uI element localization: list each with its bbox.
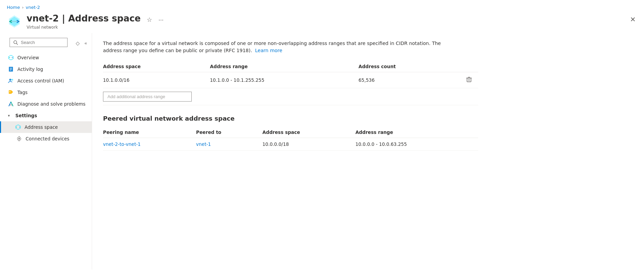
- col-address-range: Address range: [210, 61, 358, 72]
- breadcrumb-separator: ›: [22, 5, 24, 10]
- breadcrumb-resource[interactable]: vnet-2: [26, 5, 40, 10]
- learn-more-link[interactable]: Learn more: [255, 48, 282, 53]
- content-area: The address space for a virtual network …: [92, 33, 644, 270]
- sidebar-item-overview[interactable]: Overview: [0, 52, 92, 63]
- peered-col-address-range: Address range: [355, 127, 478, 138]
- add-address-range-input[interactable]: [103, 92, 192, 102]
- peered-cell-address-space: 10.0.0.0/18: [262, 138, 355, 151]
- svg-line-15: [11, 102, 13, 106]
- cell-address-space: 10.1.0.0/16: [103, 72, 210, 88]
- sidebar-section-settings[interactable]: ▾ Settings: [0, 110, 92, 121]
- peered-col-peering-name: Peering name: [103, 127, 196, 138]
- sidebar-item-connected-devices[interactable]: Connected devices: [0, 133, 92, 144]
- sidebar: ◇ « Overview A: [0, 33, 92, 270]
- peered-cell-peered-to[interactable]: vnet-1: [196, 138, 262, 151]
- peered-to-link[interactable]: vnet-1: [196, 141, 211, 147]
- diagnose-icon: [8, 101, 14, 107]
- title-text: vnet-2 | Address space: [27, 13, 141, 24]
- add-range-cell[interactable]: [103, 88, 478, 105]
- sidebar-item-connected-devices-label: Connected devices: [26, 136, 69, 141]
- connected-devices-icon: [16, 136, 22, 142]
- iam-icon: [8, 78, 14, 84]
- col-actions: [465, 61, 478, 72]
- collapse-button[interactable]: «: [83, 40, 88, 46]
- peered-cell-peering-name[interactable]: vnet-2-to-vnet-1: [103, 138, 196, 151]
- col-address-space: Address space: [103, 61, 210, 72]
- svg-point-19: [18, 138, 20, 139]
- sidebar-item-address-space[interactable]: Address space: [0, 121, 92, 133]
- favorite-button[interactable]: ☆: [145, 15, 153, 24]
- sidebar-item-address-space-label: Address space: [25, 124, 58, 130]
- peered-section-title: Peered virtual network address space: [103, 115, 633, 122]
- sidebar-item-diagnose[interactable]: Diagnose and solve problems: [0, 98, 92, 110]
- delete-row-button[interactable]: [465, 76, 473, 85]
- vnet-logo-icon: [7, 14, 22, 29]
- peered-col-address-space: Address space: [262, 127, 355, 138]
- activity-log-icon: [8, 66, 14, 72]
- cell-delete: [465, 72, 478, 88]
- header-actions: ☆ ···: [145, 15, 165, 24]
- sidebar-section-settings-label: Settings: [15, 113, 37, 118]
- peering-name-link[interactable]: vnet-2-to-vnet-1: [103, 141, 141, 147]
- overview-icon: [8, 55, 14, 61]
- breadcrumb-home[interactable]: Home: [7, 5, 20, 10]
- peered-col-peered-to: Peered to: [196, 127, 262, 138]
- pin-button[interactable]: ◇: [74, 40, 81, 47]
- sidebar-item-tags-label: Tags: [17, 90, 28, 95]
- col-address-count: Address count: [358, 61, 465, 72]
- header-text: vnet-2 | Address space ☆ ··· Virtual net…: [27, 13, 624, 30]
- sidebar-item-activity-log-label: Activity log: [17, 66, 43, 72]
- more-options-button[interactable]: ···: [157, 16, 165, 24]
- breadcrumb: Home › vnet-2: [0, 0, 644, 12]
- svg-line-5: [16, 43, 18, 45]
- svg-point-12: [12, 79, 13, 81]
- sidebar-item-diagnose-label: Diagnose and solve problems: [17, 101, 86, 107]
- main-layout: ◇ « Overview A: [0, 33, 644, 270]
- description-text: The address space for a virtual network …: [103, 40, 444, 54]
- search-box[interactable]: [10, 38, 68, 47]
- search-input[interactable]: [21, 40, 64, 45]
- svg-line-14: [9, 102, 11, 106]
- sidebar-item-iam-label: Access control (IAM): [17, 78, 64, 83]
- svg-point-11: [9, 79, 11, 81]
- add-range-row[interactable]: [103, 88, 478, 105]
- table-row: 10.1.0.0/16 10.1.0.0 - 10.1.255.255 65,5…: [103, 72, 478, 88]
- sidebar-item-overview-label: Overview: [17, 55, 39, 60]
- address-space-icon: [15, 124, 21, 130]
- close-button[interactable]: ✕: [629, 15, 637, 24]
- peered-table: Peering name Peered to Address space Add…: [103, 127, 478, 151]
- chevron-down-icon: ▾: [6, 112, 12, 119]
- sidebar-item-access-control[interactable]: Access control (IAM): [0, 75, 92, 87]
- address-space-table: Address space Address range Address coun…: [103, 61, 478, 105]
- svg-rect-22: [467, 78, 471, 82]
- resource-type-label: Virtual network: [27, 25, 624, 30]
- cell-address-count: 65,536: [358, 72, 465, 88]
- page-header: vnet-2 | Address space ☆ ··· Virtual net…: [0, 12, 644, 33]
- cell-address-range: 10.1.0.0 - 10.1.255.255: [210, 72, 358, 88]
- search-icon: [13, 40, 18, 45]
- sidebar-item-activity-log[interactable]: Activity log: [0, 63, 92, 75]
- svg-point-13: [10, 91, 10, 92]
- peered-table-row: vnet-2-to-vnet-1 vnet-1 10.0.0.0/18 10.0…: [103, 138, 478, 151]
- page-title: vnet-2 | Address space ☆ ···: [27, 13, 624, 24]
- sidebar-item-tags[interactable]: Tags: [0, 87, 92, 98]
- peered-cell-address-range: 10.0.0.0 - 10.0.63.255: [355, 138, 478, 151]
- tag-icon: [8, 89, 14, 95]
